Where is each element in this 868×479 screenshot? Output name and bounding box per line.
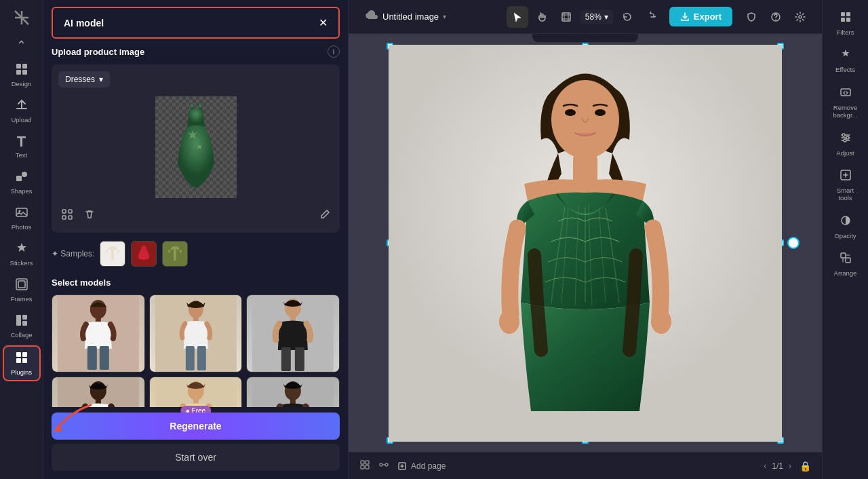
sidebar-item-upload[interactable]: Upload [3, 94, 41, 128]
upload-area: Dresses ▾ [52, 64, 340, 233]
category-label: Dresses [65, 75, 95, 84]
undo-button[interactable] [616, 6, 638, 28]
file-dropdown-arrow[interactable]: ▾ [443, 13, 446, 20]
crop-mini-btn[interactable] [539, 34, 558, 38]
frame-tool-button[interactable] [555, 6, 577, 28]
resize-icon-btn[interactable] [58, 206, 76, 226]
main-canvas-image [389, 45, 782, 442]
svg-rect-13 [16, 315, 21, 326]
sidebar-item-shapes[interactable]: Shapes [3, 166, 41, 199]
settings-button[interactable] [789, 6, 811, 28]
redo-button[interactable] [639, 6, 661, 28]
model-figure-2 [150, 294, 242, 372]
model-card-5[interactable] [149, 377, 243, 407]
category-dropdown[interactable]: Dresses ▾ [58, 71, 110, 88]
right-item-smart-tools[interactable]: Smart tools [825, 164, 866, 208]
svg-rect-82 [841, 12, 845, 16]
resize-bottom-icon[interactable] [359, 459, 370, 473]
right-item-arrange[interactable]: Arrange [825, 246, 866, 282]
undo-redo [616, 6, 661, 28]
svg-rect-14 [22, 315, 27, 320]
regenerate-container: ● Free Regenerate [52, 413, 340, 440]
svg-rect-22 [62, 216, 66, 219]
add-page-button[interactable]: Add page [397, 461, 446, 471]
page-nav: ‹ 1/1 › [764, 461, 791, 471]
file-name: Untitled image [382, 12, 439, 22]
regenerate-button[interactable]: Regenerate [52, 413, 340, 440]
shield-button[interactable] [741, 6, 762, 28]
remove-bg-mini-btn[interactable] [588, 34, 607, 38]
svg-rect-6 [22, 70, 27, 75]
stickers-label: Stickers [10, 259, 33, 267]
model-card-3[interactable] [246, 294, 340, 372]
model-card-1[interactable] [52, 294, 145, 372]
collage-icon [15, 313, 28, 329]
right-item-opacity[interactable]: Opacity [825, 209, 866, 245]
sidebar-item-collage[interactable]: Collage [3, 309, 41, 343]
export-button[interactable]: Export [669, 7, 732, 26]
sample-white-top[interactable] [100, 241, 125, 267]
svg-point-65 [551, 80, 619, 159]
text-icon: T [17, 134, 26, 149]
animation-bottom-icon[interactable] [378, 459, 389, 473]
right-item-remove-bg[interactable]: Remove backgr... [825, 81, 866, 125]
lock-icon[interactable]: 🔒 [800, 461, 811, 472]
svg-rect-20 [62, 210, 66, 213]
hand-tool-button[interactable] [531, 6, 553, 28]
plugins-icon [15, 351, 28, 366]
sidebar-item-stickers[interactable]: Stickers [3, 237, 41, 271]
svg-rect-93 [846, 258, 850, 263]
rotate-handle[interactable]: ↻ [787, 237, 800, 249]
right-item-effects[interactable]: Effects [825, 43, 866, 79]
select-tool-button[interactable] [507, 6, 528, 28]
start-over-button[interactable]: Start over [52, 444, 340, 471]
delete-icon-btn[interactable] [81, 206, 98, 226]
left-sidebar: ⌃ Design Upload T Text [0, 0, 43, 479]
design-icon [15, 62, 28, 78]
more-mini-btn[interactable] [612, 34, 631, 38]
model-card-2[interactable] [149, 294, 243, 372]
model-card-4[interactable] [52, 377, 145, 407]
help-button[interactable] [765, 6, 787, 28]
plugins-label: Plugins [11, 368, 32, 376]
checker-background [155, 96, 237, 198]
file-info: Untitled image ▾ [365, 10, 446, 24]
sidebar-item-collapse[interactable]: ⌃ [3, 35, 41, 56]
opacity-icon [840, 214, 852, 230]
effects-icon [840, 48, 852, 64]
sidebar-item-text[interactable]: T Text [3, 130, 41, 163]
stickers-icon [15, 242, 28, 257]
smart-tools-icon [840, 169, 852, 185]
panel-content: Upload product image i Dresses ▾ [43, 45, 348, 407]
sidebar-item-plugins[interactable]: Plugins [3, 345, 41, 381]
sample-red-dress[interactable] [131, 241, 157, 267]
model-card-6[interactable] [246, 377, 340, 407]
panel-close-button[interactable]: ✕ [319, 16, 328, 29]
edit-icon-btn[interactable] [317, 206, 333, 225]
svg-rect-4 [22, 64, 27, 69]
next-page-btn[interactable]: › [789, 461, 791, 471]
model-figure-6 [247, 377, 339, 407]
svg-point-74 [651, 309, 671, 334]
svg-point-67 [595, 109, 606, 116]
collage-label: Collage [10, 331, 32, 339]
sample-khaki-shirt[interactable] [162, 241, 188, 267]
top-toolbar: Untitled image ▾ [349, 0, 822, 34]
samples-label: ✦ Samples: [52, 249, 94, 258]
main-area: Untitled image ▾ [349, 0, 822, 479]
zoom-control[interactable]: 58% ▾ [580, 9, 614, 24]
svg-rect-84 [841, 18, 845, 22]
upload-icon [15, 98, 28, 114]
right-item-adjust[interactable]: Adjust [825, 126, 866, 162]
upload-info-icon[interactable]: i [328, 45, 340, 58]
prev-page-btn[interactable]: ‹ [764, 461, 766, 471]
sidebar-item-design[interactable]: Design [3, 58, 41, 92]
sidebar-item-frames[interactable]: Frames [3, 273, 41, 307]
flip-mini-btn[interactable] [564, 34, 583, 38]
canvas-area[interactable]: ↻ [349, 34, 822, 452]
zoom-dropdown-arrow: ▾ [604, 12, 608, 22]
svg-rect-37 [281, 347, 291, 371]
sidebar-item-photos[interactable]: Photos [3, 202, 41, 235]
app-logo[interactable] [9, 5, 34, 30]
right-item-filters[interactable]: Filters [825, 5, 866, 41]
